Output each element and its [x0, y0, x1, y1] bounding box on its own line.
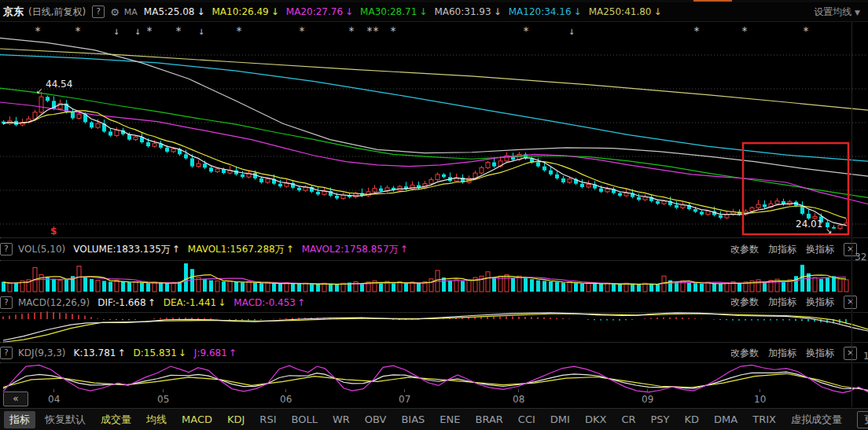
volume-bar: [561, 282, 565, 292]
candle-body: [555, 175, 559, 178]
event-marker-icon: *: [35, 24, 41, 37]
volume-bar: [108, 281, 112, 292]
ma-values: MA5:25.08↓MA10:26.49↓MA20:27.76↓MA30:28.…: [144, 6, 669, 17]
tab-DKX[interactable]: DKX: [585, 413, 606, 425]
volume-bar: [542, 281, 546, 292]
ma-settings-button[interactable]: 设置均线 ▼: [814, 6, 860, 19]
candle-body: [127, 134, 131, 140]
kdj-chart[interactable]: [0, 361, 868, 397]
candle-body: [756, 204, 760, 208]
volume-bar: [146, 283, 150, 292]
macd-chart[interactable]: [0, 309, 868, 344]
candle-body: [436, 175, 440, 180]
volume-bar: [580, 284, 584, 292]
tab-ENE[interactable]: ENE: [440, 413, 460, 425]
candle-body: [90, 123, 94, 128]
help-icon[interactable]: ?: [0, 347, 13, 359]
signal-marker: $: [50, 226, 57, 237]
candle-body: [259, 178, 263, 182]
tab-均线[interactable]: 均线: [146, 413, 167, 427]
volume-bar: [486, 272, 490, 292]
event-marker-icon: ↓: [568, 28, 575, 36]
vol-action-1[interactable]: 加指标: [768, 243, 796, 256]
event-marker-icon: ↓: [134, 28, 141, 36]
macd-action-1[interactable]: 加指标: [768, 296, 796, 309]
event-marker-icon: *: [804, 24, 809, 37]
tab-BOLL[interactable]: BOLL: [291, 413, 317, 425]
volume-bar: [819, 279, 823, 292]
tab-CR[interactable]: CR: [621, 413, 635, 425]
vol-action-0[interactable]: 改参数: [730, 243, 759, 256]
tab-KD[interactable]: KD: [685, 413, 700, 425]
vol-action-2[interactable]: 换指标: [806, 243, 834, 256]
kdj-action-2[interactable]: 换指标: [806, 347, 834, 360]
candle-body: [542, 167, 546, 171]
volume-bar: [253, 282, 257, 292]
active-tab-indicator: [693, 0, 732, 2]
tab-DMA[interactable]: DMA: [714, 413, 737, 425]
macd-field-0: DIF:-1.668↑: [97, 297, 156, 308]
kdj-action-0[interactable]: 改参数: [730, 347, 759, 360]
volume-bar: [8, 283, 12, 292]
candle-body: [71, 112, 75, 119]
volume-bar: [737, 283, 741, 292]
tab-虚拟成交量[interactable]: 虚拟成交量: [791, 413, 842, 427]
kdj-field-0: K:13.781↑: [74, 347, 126, 358]
tab-MACD[interactable]: MACD: [182, 413, 212, 425]
tab-成交量[interactable]: 成交量: [101, 413, 131, 427]
ma-label: MA: [124, 7, 138, 17]
tab-RSI[interactable]: RSI: [259, 413, 276, 425]
volume-bar: [90, 279, 94, 292]
volume-bar: [530, 279, 534, 292]
tab-DMI[interactable]: DMI: [550, 413, 570, 425]
candle-body: [643, 197, 647, 200]
tab-WR[interactable]: WR: [333, 413, 350, 425]
candle-body: [278, 184, 282, 186]
help-icon[interactable]: ?: [92, 6, 105, 18]
event-marker-icon: *: [391, 24, 396, 37]
close-icon[interactable]: ×: [844, 347, 857, 360]
macd-action-0[interactable]: 改参数: [730, 296, 759, 309]
event-marker-icon: *: [75, 24, 81, 37]
low-arrow-icon: ↘: [826, 226, 832, 235]
tab-BIAS[interactable]: BIAS: [401, 413, 425, 425]
volume-bar: [712, 283, 716, 292]
candle-body: [681, 205, 685, 208]
macd-action-2[interactable]: 换指标: [806, 296, 834, 309]
close-icon[interactable]: ×: [844, 296, 857, 309]
help-icon[interactable]: ?: [0, 243, 13, 255]
volume-bar: [404, 283, 408, 292]
candle-body: [807, 214, 811, 219]
trend-arrow-icon: ↓: [218, 297, 226, 308]
volume-bar: [165, 283, 169, 292]
kdj-action-1[interactable]: 加指标: [768, 347, 796, 360]
tab-CCI[interactable]: CCI: [518, 413, 535, 425]
candle-body: [429, 180, 433, 184]
event-marker-icon: *: [373, 24, 379, 37]
tab-BRAR[interactable]: BRAR: [476, 413, 503, 425]
volume-bar: [756, 280, 760, 292]
volume-bar: [203, 279, 207, 292]
tab-恢复默认[interactable]: 恢复默认: [45, 413, 86, 427]
tab-TRIX[interactable]: TRIX: [752, 413, 776, 425]
volume-bar: [555, 282, 559, 292]
main-candlestick-chart[interactable]: **↓↓**↓*******↓***44.54↙24.01↘$: [0, 22, 868, 238]
right-axis-divider: [851, 22, 852, 407]
volume-bar: [360, 283, 364, 292]
volume-bar: [719, 284, 723, 292]
volume-chart[interactable]: [0, 261, 868, 292]
tab-更多[interactable]: 更多: [857, 411, 868, 428]
volume-panel-header: ?VOL(5,10)VOLUME:1833.135万↑MAVOL1:1567.2…: [0, 238, 868, 260]
vol-indicator-name: VOL(5,10): [18, 244, 65, 255]
tab-PSY[interactable]: PSY: [651, 413, 670, 425]
candle-body: [763, 204, 767, 207]
help-icon[interactable]: ?: [0, 296, 13, 309]
tab-KDJ[interactable]: KDJ: [227, 413, 245, 425]
candle-body: [165, 148, 169, 152]
tab-指标[interactable]: 指标: [4, 411, 35, 428]
gear-icon[interactable]: ⚙: [110, 6, 120, 18]
tab-OBV[interactable]: OBV: [365, 413, 387, 425]
kdj-panel-header: ?KDJ(9,3,3)K:13.781↑D:15.831↓J:9.681↑改参数…: [0, 344, 868, 362]
candle-body: [209, 167, 213, 171]
ma120-line: [0, 55, 868, 161]
